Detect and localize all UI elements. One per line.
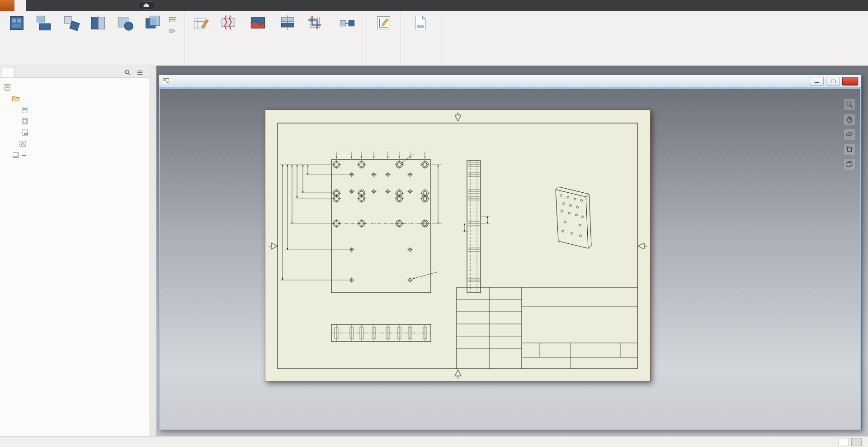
status-bar — [0, 436, 868, 447]
group-label-sketch — [368, 56, 399, 65]
sketch-symbols-icon — [19, 140, 27, 147]
horizontal-icon — [338, 14, 357, 32]
selected-sheet-label — [22, 155, 26, 156]
ribbon-display-button[interactable] — [138, 1, 156, 10]
sheet-formats-icon — [21, 106, 29, 114]
tab-get-started[interactable] — [97, 0, 108, 11]
tree-item-sketch-symbols[interactable] — [0, 138, 149, 149]
start-sketch-icon — [374, 14, 393, 32]
tree-item-borders[interactable] — [0, 115, 149, 127]
ribbon-group-sketch — [367, 11, 401, 65]
tab-tools[interactable] — [50, 0, 61, 11]
tab-annotate[interactable] — [26, 0, 38, 11]
projected-icon — [34, 14, 53, 32]
title-block[interactable] — [457, 287, 637, 369]
tab-model[interactable] — [2, 67, 15, 77]
tree-item-sheet-formats[interactable] — [0, 104, 149, 115]
nailboard-button[interactable] — [169, 16, 179, 23]
graphics-canvas[interactable] — [156, 66, 868, 436]
orbit-icon — [845, 130, 854, 138]
hole-callouts — [401, 154, 438, 279]
maximize-button[interactable] — [826, 77, 840, 86]
section-icon — [89, 14, 108, 32]
panel-splitter[interactable] — [149, 66, 156, 436]
connector-button[interactable] — [169, 28, 179, 34]
auxiliary-button[interactable] — [57, 13, 85, 33]
start-sketch-button[interactable] — [370, 13, 397, 33]
crop-button[interactable] — [302, 13, 329, 33]
document-window[interactable] — [159, 75, 862, 430]
browser-tab-bar — [0, 66, 149, 78]
tab-sketch[interactable] — [38, 0, 50, 11]
add-tab-button[interactable] — [15, 67, 25, 77]
zoom-button[interactable] — [844, 99, 855, 110]
orbit-button[interactable] — [844, 128, 855, 140]
break-out-button[interactable] — [242, 13, 274, 33]
pan-hand-icon — [845, 115, 854, 124]
document-window-titlebar[interactable] — [159, 75, 861, 88]
horizontal-button[interactable] — [331, 13, 363, 33]
front-view[interactable] — [331, 160, 431, 293]
draft-icon — [192, 14, 211, 32]
tree-item-title-blocks[interactable] — [0, 127, 149, 138]
auxiliary-icon — [61, 14, 80, 32]
tab-add-ins[interactable] — [108, 0, 120, 11]
borders-icon — [21, 118, 29, 125]
tree-item-document[interactable] — [0, 81, 149, 93]
browser-tree — [0, 78, 149, 164]
menu-list-icon[interactable] — [137, 69, 143, 76]
break-out-icon — [249, 14, 268, 32]
tab-collaborate[interactable] — [120, 0, 132, 11]
document-icon — [162, 78, 170, 85]
drawing-viewport[interactable] — [159, 88, 861, 430]
side-view[interactable] — [462, 161, 490, 293]
minimize-icon — [815, 82, 819, 83]
view-sheets-button[interactable] — [844, 158, 855, 170]
section-button[interactable] — [85, 13, 112, 33]
base-icon — [7, 14, 26, 32]
page-button-1[interactable] — [839, 438, 849, 446]
drawing-sheet-svg[interactable] — [265, 109, 651, 381]
tree-item-drawing-resources[interactable] — [0, 93, 149, 104]
idw-document-icon — [4, 84, 12, 91]
iso-view[interactable] — [556, 187, 591, 248]
close-window-button[interactable] — [842, 77, 858, 86]
slice-button[interactable] — [274, 13, 302, 33]
ribbon-group-modify — [184, 11, 367, 65]
group-label-modify — [186, 56, 365, 65]
look-at-icon — [845, 145, 854, 153]
detail-button[interactable] — [112, 13, 139, 33]
tree-item-sheet1[interactable] — [0, 149, 149, 161]
bottom-view[interactable] — [331, 324, 431, 342]
stacked-sheets-icon — [845, 160, 854, 168]
draft-button[interactable] — [188, 13, 215, 33]
overlay-button[interactable] — [139, 13, 166, 33]
projected-button[interactable] — [30, 13, 57, 33]
break-button[interactable] — [215, 13, 242, 33]
look-at-button[interactable] — [844, 143, 855, 155]
tab-environments[interactable] — [85, 0, 97, 11]
folder-icon — [12, 95, 20, 102]
new-sheet-button[interactable] — [404, 13, 437, 33]
overlay-icon — [143, 14, 162, 32]
left-dimensions — [280, 165, 349, 280]
ordinate-ticks — [336, 152, 425, 158]
cloud-icon — [142, 3, 150, 8]
pan-button[interactable] — [844, 114, 855, 125]
page-button-2[interactable] — [851, 438, 862, 446]
file-menu-button[interactable] — [0, 0, 14, 11]
tab-view[interactable] — [73, 0, 85, 11]
sheet-outline — [265, 110, 651, 381]
base-button[interactable] — [3, 13, 30, 33]
navigation-bar — [844, 99, 855, 170]
detail-icon — [116, 14, 135, 32]
drawing-sheet[interactable] — [265, 109, 651, 381]
title-blocks-icon — [21, 129, 29, 136]
tab-manage[interactable] — [61, 0, 73, 11]
tab-place-views[interactable] — [14, 0, 26, 11]
break-icon — [219, 14, 238, 32]
search-icon[interactable] — [124, 69, 131, 76]
minimize-button[interactable] — [810, 77, 824, 86]
group-label-create — [1, 56, 183, 65]
centering-marks — [269, 112, 647, 379]
